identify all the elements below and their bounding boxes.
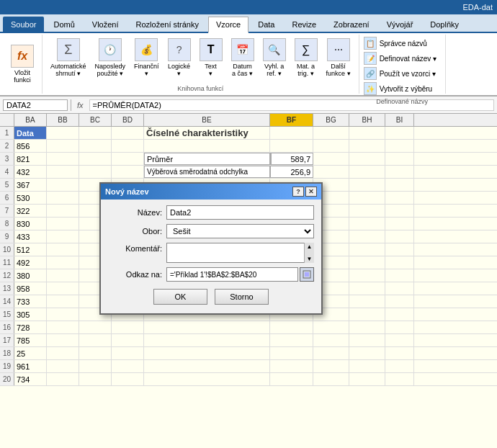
pouzit-icon: 🔗: [364, 67, 377, 80]
odkaz-input[interactable]: [166, 267, 298, 282]
new-name-dialog: Nový název ? ✕ Název: Obor: Sešit: [99, 182, 323, 315]
dialog-title-bar: Nový název ? ✕: [101, 184, 321, 200]
obor-row: Obor: Sešit Příklad 1: [108, 224, 314, 238]
komentar-row: Komentář: ▲ ▼: [108, 243, 314, 263]
finance-icon: 💰: [135, 38, 158, 61]
ribbon-group-names: 📋 Správce názvů 📝 Definovat název ▾ 🔗 Po…: [359, 35, 446, 94]
dialog-close-button[interactable]: ✕: [305, 187, 317, 197]
spreadsheet: BA BB BC BD BE BF BG BH BI 1 Data Číseln…: [0, 114, 497, 448]
fx-icon: fx: [11, 45, 34, 68]
title-text: EDA-dat: [462, 3, 493, 12]
pouzit-button[interactable]: 🔗 Použít ve vzorci ▾: [362, 66, 442, 81]
vytvorit-icon: ✨: [364, 82, 377, 95]
vytvorit-button[interactable]: ✨ Vytvořit z výběru: [362, 81, 442, 96]
komentar-textarea[interactable]: [166, 243, 314, 263]
ribbon: fx Vložit funkci Σ Automatické shrnutí ▾…: [0, 33, 497, 97]
dialog-help-button[interactable]: ?: [292, 187, 304, 197]
nazev-input[interactable]: [166, 205, 314, 220]
dialog-buttons: OK Storno: [108, 289, 314, 308]
tab-revize[interactable]: Revize: [284, 17, 324, 32]
definovat-icon: 📝: [364, 52, 377, 65]
fx-label: fx: [74, 101, 86, 109]
insert-function-label: Vložit funkci: [14, 69, 31, 84]
mat-button[interactable]: ∑ Mat. a trig. ▾: [291, 36, 321, 79]
logic-icon: ?: [168, 38, 191, 61]
naposledy-button[interactable]: 🕐 Naposledy použité ▾: [91, 36, 130, 79]
clock-icon: 🕐: [99, 38, 122, 61]
definovat-button[interactable]: 📝 Definovat název ▾: [362, 51, 442, 66]
ribbon-group-insert-fn: fx Vložit funkci: [3, 35, 42, 94]
tab-soubor[interactable]: Soubor: [3, 17, 44, 32]
tab-rozlozeni[interactable]: Rozložení stránky: [128, 17, 207, 32]
names-group-label: Definované názvy: [362, 97, 442, 105]
tab-domu[interactable]: Domů: [45, 17, 82, 32]
komentar-label: Komentář:: [108, 243, 162, 253]
obor-select[interactable]: Sešit Příklad 1: [166, 224, 314, 238]
knihovna-label: Knihovna funkcí: [177, 84, 223, 92]
vyhled-button[interactable]: 🔍 Vyhl. a ref. ▾: [259, 36, 290, 79]
ok-button[interactable]: OK: [153, 289, 207, 305]
dialog-title-buttons: ? ✕: [292, 187, 317, 197]
pouzit-label: Použít ve vzorci ▾: [380, 70, 436, 78]
more-icon: ⋯: [327, 38, 350, 61]
definovat-label: Definovat název ▾: [380, 55, 437, 63]
lookup-icon: 🔍: [263, 38, 286, 61]
dialog-title-text: Nový název: [105, 187, 149, 196]
tab-vlozeni[interactable]: Vložení: [84, 17, 127, 32]
vytvorit-label: Vytvořit z výběru: [380, 85, 433, 93]
tab-doplnky[interactable]: Doplňky: [422, 17, 467, 32]
tab-vyvojar[interactable]: Vývojář: [379, 17, 421, 32]
insert-function-button[interactable]: fx Vložit funkci: [7, 42, 37, 86]
odkaz-row: Odkaz na:: [108, 267, 314, 282]
nazev-label: Název:: [108, 208, 162, 217]
tab-data[interactable]: Data: [250, 17, 282, 32]
math-icon: ∑: [295, 38, 318, 61]
tab-zobrazeni[interactable]: Zobrazení: [326, 17, 377, 32]
dalsi-button[interactable]: ⋯ Další funkce ▾: [323, 36, 354, 79]
ribbon-tabs: Soubor Domů Vložení Rozložení stránky Vz…: [0, 14, 497, 33]
spravce-label: Správce názvů: [380, 40, 427, 48]
spravce-button[interactable]: 📋 Správce názvů: [362, 36, 442, 50]
name-box[interactable]: [3, 99, 68, 111]
dialog-body: Název: Obor: Sešit Příklad 1 Komentář:: [101, 200, 321, 313]
datum-button[interactable]: 📅 Datum a čas ▾: [228, 36, 258, 79]
text-icon: T: [200, 38, 223, 61]
title-bar: EDA-dat: [0, 0, 497, 14]
logicke-button[interactable]: ? Logické ▾: [164, 36, 194, 79]
storno-button[interactable]: Storno: [215, 289, 269, 305]
calendar-icon: 📅: [231, 38, 254, 61]
auto-sum-button[interactable]: Σ Automatické shrnutí ▾: [47, 36, 90, 79]
obor-label: Obor:: [108, 227, 162, 236]
odkaz-ref-button[interactable]: [300, 267, 314, 282]
spravce-icon: 📋: [364, 37, 377, 50]
svg-rect-1: [305, 272, 309, 277]
modal-overlay: Nový název ? ✕ Název: Obor: Sešit: [0, 114, 497, 448]
sigma-icon: Σ: [57, 38, 80, 61]
financni-button[interactable]: 💰 Finanční ▾: [130, 36, 163, 79]
text-button[interactable]: T Text ▾: [196, 36, 226, 79]
ribbon-group-knihovna: Σ Automatické shrnutí ▾ 🕐 Naposledy použ…: [42, 35, 359, 94]
tab-vzorce[interactable]: Vzorce: [208, 17, 248, 33]
nazev-row: Název:: [108, 205, 314, 220]
odkaz-label: Odkaz na:: [108, 270, 162, 279]
formula-divider: [71, 99, 71, 111]
